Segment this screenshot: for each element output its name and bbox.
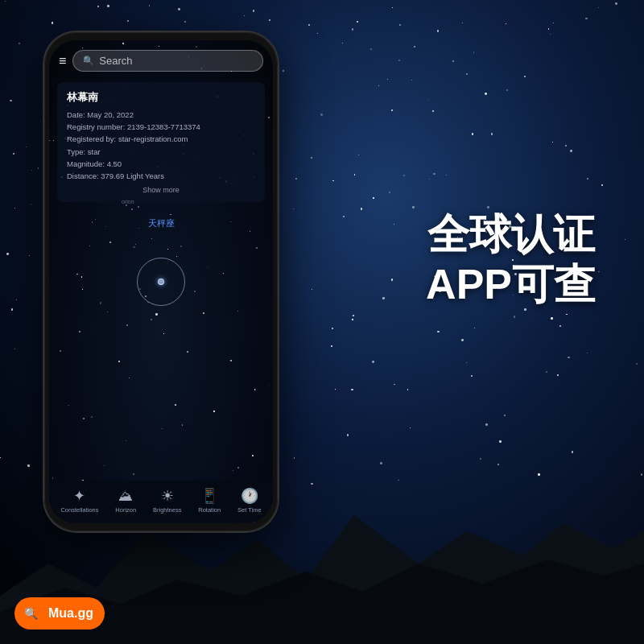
mua-badge[interactable]: 🔍 Mua.gg	[14, 597, 105, 630]
phone-screen: ≡ 🔍 Search 林幕南 Date: May 20, 2022 Regist…	[49, 40, 273, 523]
top-bar: ≡ 🔍 Search	[49, 50, 273, 72]
constellations-icon: ✦	[73, 487, 85, 505]
nav-set-time-label: Set Time	[237, 506, 262, 514]
star-date: Date: May 20, 2022	[67, 110, 134, 119]
constellation-label: 天秤座	[148, 217, 175, 229]
search-input-text[interactable]: Search	[99, 55, 132, 67]
nav-constellations[interactable]: ✦ Constellations	[60, 487, 98, 514]
search-icon: 🔍	[83, 56, 94, 66]
nav-rotation-label: Rotation	[198, 506, 221, 514]
bottom-navigation: ✦ Constellations ⛰ Horizon ☀ Brightness …	[49, 481, 273, 523]
star-target-dot	[158, 279, 164, 285]
menu-icon[interactable]: ≡	[59, 54, 66, 68]
rotation-icon: 📱	[200, 487, 218, 505]
phone: ≡ 🔍 Search 林幕南 Date: May 20, 2022 Regist…	[44, 32, 278, 531]
star-registry: Registry number: 2139-12383-7713374	[67, 122, 200, 131]
brightness-icon: ☀	[161, 487, 174, 505]
nav-horizon[interactable]: ⛰ Horizon	[115, 488, 136, 514]
star-distance: Distance: 379.69 Light Years	[67, 171, 164, 180]
badge-search-icon: 🔍	[24, 607, 38, 620]
right-text-line1: 全球认证	[426, 209, 596, 259]
info-card: 林幕南 Date: May 20, 2022 Registry number: …	[57, 82, 265, 202]
nav-constellations-label: Constellations	[60, 506, 98, 514]
horizon-icon: ⛰	[118, 488, 133, 505]
nav-set-time[interactable]: 🕐 Set Time	[237, 487, 262, 514]
star-name: 林幕南	[67, 90, 255, 105]
nav-rotation[interactable]: 📱 Rotation	[198, 487, 221, 514]
nav-brightness[interactable]: ☀ Brightness	[153, 487, 181, 514]
nav-horizon-label: Horizon	[115, 506, 136, 514]
nav-brightness-label: Brightness	[153, 506, 181, 514]
right-text-line2: APP可查	[426, 259, 596, 309]
badge-icon: 🔍	[19, 602, 42, 625]
badge-text: Mua.gg	[48, 606, 93, 621]
star-target-circle	[137, 258, 185, 306]
star-registered-by: Registered by: star-registration.com	[67, 134, 188, 143]
set-time-icon: 🕐	[241, 487, 258, 505]
show-more-button[interactable]: Show more	[67, 186, 255, 194]
right-text-block: 全球认证 APP可查	[426, 209, 596, 310]
star-magnitude: Magnitude: 4.50	[67, 159, 122, 168]
star-type: Type: star	[67, 147, 101, 156]
star-details: Date: May 20, 2022 Registry number: 2139…	[67, 109, 255, 182]
phone-body: ≡ 🔍 Search 林幕南 Date: May 20, 2022 Regist…	[44, 32, 278, 531]
search-bar[interactable]: 🔍 Search	[72, 50, 263, 72]
